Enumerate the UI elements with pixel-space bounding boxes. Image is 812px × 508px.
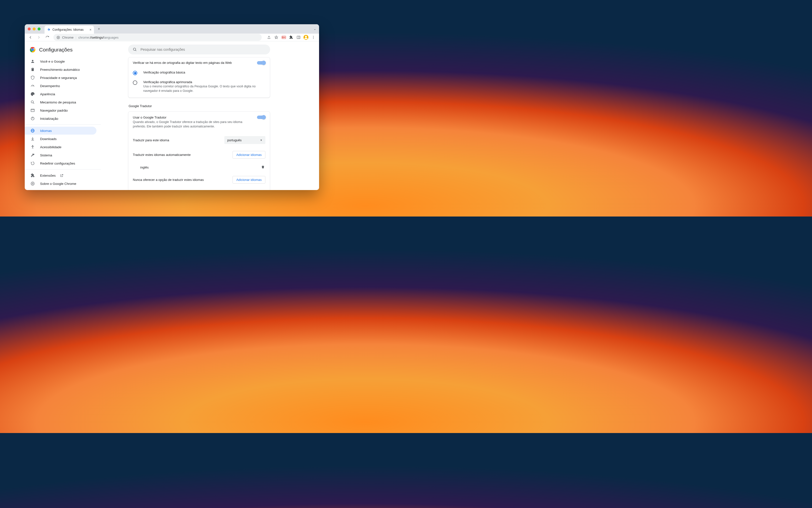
settings-sidebar: Você e o Google Preenchimento automático… (25, 56, 101, 190)
svg-line-19 (33, 103, 34, 104)
svg-point-12 (133, 48, 136, 50)
settings-search[interactable] (128, 45, 270, 54)
menu-button[interactable] (310, 34, 317, 41)
radio-enhanced-label: Verificação ortográfica aprimorada (143, 80, 265, 84)
svg-point-5 (305, 36, 307, 38)
sidebar-item-about[interactable]: Sobre o Google Chrome (25, 180, 96, 187)
spellcheck-basic-option[interactable]: Verificação ortográfica básica (128, 68, 270, 78)
never-translate-label: Nunca oferecer a opção de traduzir estes… (133, 178, 204, 182)
sidebar-item-accessibility[interactable]: Acessibilidade (25, 143, 96, 151)
translate-section-title: Google Tradutor (128, 103, 270, 111)
tab-strip: Configurações: Idiomas × + ⌄ (25, 24, 319, 34)
auto-lang-name: inglês (140, 166, 149, 169)
side-panel-button[interactable] (295, 34, 302, 41)
radio-basic-label: Verificação ortográfica básica (143, 71, 185, 74)
sidebar-item-default-browser[interactable]: Navegador padrão (25, 107, 96, 114)
extension-bh-icon[interactable]: BH (280, 34, 287, 41)
search-input[interactable] (140, 47, 266, 51)
back-button[interactable] (27, 34, 34, 41)
svg-point-7 (313, 37, 314, 38)
svg-point-27 (32, 145, 33, 146)
sidebar-label: Você e o Google (40, 59, 65, 64)
chrome-icon (56, 36, 60, 39)
sidebar-label: Sobre o Google Chrome (40, 182, 76, 185)
svg-point-0 (57, 36, 60, 39)
sidebar-item-languages[interactable]: Idiomas (25, 127, 96, 135)
use-translate-desc: Quando ativado, o Google Tradutor oferec… (133, 120, 252, 129)
sidebar-label: Mecanismo de pesquisa (40, 100, 76, 104)
browser-window: Configurações: Idiomas × + ⌄ Chrome | ch… (25, 24, 319, 190)
settings-main: Verificar se há erros de ortografia ao d… (101, 56, 319, 190)
wrench-icon (30, 153, 35, 158)
svg-point-11 (32, 48, 34, 50)
tab-title: Configurações: Idiomas (52, 28, 84, 32)
search-icon (133, 47, 137, 52)
bookmark-button[interactable] (273, 34, 280, 41)
extensions-button[interactable] (287, 34, 295, 41)
add-never-languages-button[interactable]: Adicionar idiomas (232, 176, 265, 183)
share-button[interactable] (265, 34, 273, 41)
speedometer-icon (30, 83, 35, 88)
external-link-icon (59, 173, 64, 178)
svg-point-28 (31, 182, 34, 185)
close-tab-button[interactable]: × (90, 28, 92, 32)
window-controls (28, 28, 41, 31)
svg-rect-20 (31, 109, 34, 112)
close-window-button[interactable] (28, 28, 31, 31)
new-tab-button[interactable]: + (95, 26, 102, 32)
radio-basic[interactable] (133, 71, 137, 75)
delete-auto-lang-button[interactable] (261, 165, 265, 169)
svg-point-8 (313, 38, 314, 39)
search-icon (30, 100, 35, 105)
sidebar-item-performance[interactable]: Desempenho (25, 82, 96, 90)
tabs-dropdown-button[interactable]: ⌄ (314, 27, 316, 31)
globe-icon (30, 128, 35, 133)
sidebar-item-downloads[interactable]: Downloads (25, 135, 96, 143)
spellcheck-card: Verificar se há erros de ortografia ao d… (128, 57, 270, 98)
use-translate-toggle[interactable] (257, 116, 265, 119)
minimize-window-button[interactable] (33, 28, 36, 31)
radio-enhanced[interactable] (133, 80, 137, 85)
omnibox-prefix: Chrome (62, 36, 74, 39)
gear-icon (47, 28, 50, 32)
sidebar-label: Privacidade e segurança (40, 76, 77, 80)
target-lang-value: português (227, 138, 242, 142)
sidebar-label: Redefinir configurações (40, 162, 75, 165)
add-auto-languages-button[interactable]: Adicionar idiomas (232, 151, 265, 159)
sidebar-item-startup[interactable]: Inicialização (25, 115, 96, 123)
forward-button[interactable] (35, 34, 43, 41)
sidebar-label: Navegador padrão (40, 109, 68, 112)
puzzle-icon (30, 173, 35, 178)
clipboard-icon (30, 67, 35, 72)
chrome-logo-icon (30, 47, 36, 53)
profile-avatar-button[interactable] (302, 34, 310, 41)
sidebar-label: Inicialização (40, 117, 58, 121)
browser-tab[interactable]: Configurações: Idiomas × (45, 26, 94, 34)
spellcheck-toggle[interactable] (257, 61, 265, 65)
maximize-window-button[interactable] (38, 28, 41, 31)
download-icon (30, 136, 35, 141)
sidebar-item-autofill[interactable]: Preenchimento automático (25, 66, 96, 74)
reload-button[interactable] (44, 34, 51, 41)
sidebar-item-appearance[interactable]: Aparência (25, 90, 96, 98)
never-lang-item: francês (128, 187, 270, 190)
radio-enhanced-desc: Usa o mesmo corretor ortográfico da Pesq… (143, 84, 265, 93)
palette-icon (30, 91, 35, 96)
sidebar-item-reset[interactable]: Redefinir configurações (25, 159, 96, 167)
sidebar-label: Aparência (40, 92, 55, 96)
spellcheck-title: Verificar se há erros de ortografia ao d… (133, 61, 232, 65)
sidebar-item-system[interactable]: Sistema (25, 151, 96, 159)
sidebar-divider (25, 124, 101, 125)
sidebar-item-privacy[interactable]: Privacidade e segurança (25, 74, 96, 82)
target-lang-select[interactable]: português ▼ (224, 136, 265, 144)
browser-icon (30, 108, 35, 113)
sidebar-item-you-and-google[interactable]: Você e o Google (25, 57, 96, 65)
sidebar-item-extensions[interactable]: Extensões (25, 171, 96, 179)
sidebar-item-search-engine[interactable]: Mecanismo de pesquisa (25, 98, 96, 106)
address-bar[interactable]: Chrome | chrome://settings/languages (53, 34, 262, 41)
spellcheck-enhanced-option[interactable]: Verificação ortográfica aprimorada Usa o… (128, 78, 270, 97)
use-translate-title: Usar o Google Tradutor (133, 116, 252, 119)
settings-body: Você e o Google Preenchimento automático… (25, 56, 319, 190)
target-lang-label: Traduzir para este idioma (133, 138, 169, 142)
svg-point-1 (58, 37, 59, 38)
